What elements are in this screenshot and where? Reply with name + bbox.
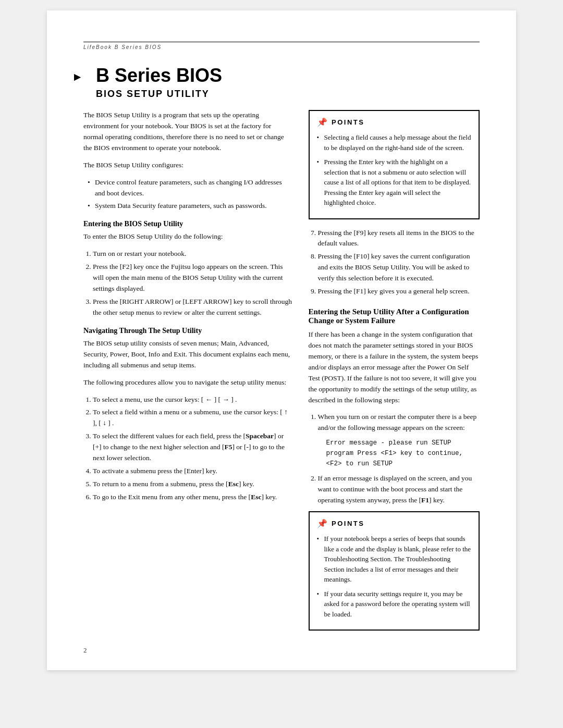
navigating-heading: Navigating Through The Setup Utility: [83, 327, 293, 335]
list-item: Pressing the Enter key with the highligh…: [317, 157, 472, 208]
header-bar: LifeBook B Series BIOS: [83, 42, 480, 50]
list-item: Press the [F2] key once the Fujitsu logo…: [93, 262, 293, 294]
config-failure-heading: Entering the Setup Utility After a Confi…: [309, 307, 480, 325]
points-header-2: 📌 POINTS: [317, 519, 472, 528]
entering-bios-heading: Entering the BIOS Setup Utility: [83, 220, 293, 228]
right-column: 📌 POINTS Selecting a field causes a help…: [309, 110, 480, 639]
points-label-2: POINTS: [332, 520, 364, 527]
list-item: To go to the Exit menu from any other me…: [93, 492, 293, 503]
list-item: Turn on or restart your notebook.: [93, 249, 293, 260]
list-item: Press the [RIGHT ARROW] or [LEFT ARROW] …: [93, 297, 293, 318]
config-failure-steps: When you turn on or restart the computer…: [318, 412, 480, 506]
list-item: Selecting a field causes a help message …: [317, 132, 472, 153]
configures-label: The BIOS Setup Utility configures:: [83, 160, 293, 171]
page: LifeBook B Series BIOS ▶ B Series BIOS B…: [47, 10, 516, 670]
chapter-arrow: ▶: [74, 72, 80, 82]
list-item: System Data Security feature parameters,…: [88, 201, 293, 212]
points-box-2: 📌 POINTS If your notebook beeps a series…: [309, 511, 480, 631]
steps-789: Pressing the [F9] key resets all items i…: [318, 228, 480, 298]
list-item: To return to a menu from a submenu, pres…: [93, 479, 293, 490]
navigating-para2: The following procedures allow you to na…: [83, 377, 293, 388]
intro-paragraph: The BIOS Setup Utility is a program that…: [83, 110, 293, 154]
navigating-steps: To select a menu, use the cursor keys: […: [93, 394, 293, 503]
left-column: The BIOS Setup Utility is a program that…: [83, 110, 293, 639]
config-failure-para1: If there has been a change in the system…: [309, 329, 480, 405]
points-list-2: If your notebook beeps a series of beeps…: [317, 534, 472, 619]
page-number: 2: [83, 646, 87, 655]
points-box-1: 📌 POINTS Selecting a field causes a help…: [309, 110, 480, 219]
list-item: If your data security settings require i…: [317, 589, 472, 620]
list-item: Pressing the [F9] key resets all items i…: [318, 228, 480, 250]
list-item: If an error message is displayed on the …: [318, 473, 480, 506]
points-label-1: POINTS: [332, 118, 364, 126]
list-item: To select a menu, use the cursor keys: […: [93, 394, 293, 405]
points-list-1: Selecting a field causes a help message …: [317, 132, 472, 208]
list-item: Pressing the [F10] key saves the current…: [318, 251, 480, 284]
two-column-layout: The BIOS Setup Utility is a program that…: [83, 110, 480, 639]
header-title: LifeBook B Series BIOS: [83, 44, 162, 50]
list-item: Device control feature parameters, such …: [88, 177, 293, 199]
navigating-para1: The BIOS setup utility consists of seven…: [83, 338, 293, 371]
entering-bios-steps: Turn on or restart your notebook. Press …: [93, 249, 293, 318]
configures-list: Device control feature parameters, such …: [88, 177, 293, 212]
monospace-block: Error message - please run SETUPprogram …: [326, 438, 480, 469]
points-icon-2: 📌: [317, 519, 329, 528]
entering-bios-intro: To enter the BIOS Setup Utility do the f…: [83, 231, 293, 242]
list-item: To activate a submenu press the [Enter] …: [93, 466, 293, 477]
list-item: When you turn on or restart the computer…: [318, 412, 480, 469]
points-header-1: 📌 POINTS: [317, 117, 472, 127]
list-item: To select the different values for each …: [93, 431, 293, 464]
main-title: B Series BIOS: [96, 65, 480, 87]
list-item: If your notebook beeps a series of beeps…: [317, 534, 472, 585]
list-item: Pressing the [F1] key gives you a genera…: [318, 286, 480, 297]
points-icon-1: 📌: [317, 117, 329, 127]
subtitle: BIOS SETUP UTILITY: [96, 89, 480, 100]
list-item: To select a field within a menu or a sub…: [93, 407, 293, 429]
